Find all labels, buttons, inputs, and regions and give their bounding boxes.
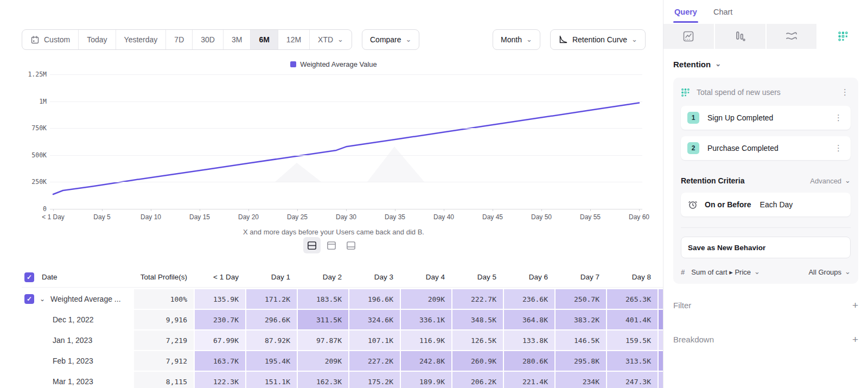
column-header-5[interactable]: Day 3: [349, 267, 400, 287]
retention-value-cell[interactable]: 162.3K: [298, 372, 348, 388]
retention-value-cell[interactable]: 116.9K: [401, 330, 451, 350]
behavior-title[interactable]: Total spend of new users: [697, 88, 833, 97]
retention-value-cell[interactable]: 247.3K: [607, 372, 658, 388]
table-row[interactable]: Mar 1, 20238,115122.3K151.1K162.3K175.2K…: [22, 372, 663, 388]
retention-value-cell[interactable]: 133.8K: [504, 330, 554, 350]
retention-value-cell[interactable]: 183.5K: [298, 289, 348, 309]
kebab-menu-icon[interactable]: ⋮: [833, 113, 844, 123]
add-filter-button[interactable]: +: [852, 300, 858, 310]
report-tab-flows-icon[interactable]: [767, 24, 818, 49]
date-range-12m[interactable]: 12M: [278, 30, 310, 49]
kebab-menu-icon[interactable]: ⋮: [833, 143, 844, 153]
column-header-7[interactable]: Day 5: [452, 267, 503, 287]
column-header-6[interactable]: Day 4: [401, 267, 451, 287]
chart-plot-area[interactable]: 1.25M1M750K500K250K0< 1 DayDay 5Day 10Da…: [50, 74, 642, 209]
retention-value-cell[interactable]: 348.5K: [452, 310, 503, 329]
row-checkbox[interactable]: ✓: [24, 294, 34, 304]
column-header-1[interactable]: Total Profile(s): [134, 267, 194, 287]
retention-value-cell[interactable]: 336.1K: [401, 310, 451, 329]
panel-tab-chart[interactable]: Chart: [713, 0, 732, 24]
retention-value-cell[interactable]: 236.6K: [504, 289, 554, 309]
table-row[interactable]: Jan 1, 20237,21967.99K87.92K97.87K107.1K…: [22, 330, 663, 350]
retention-value-cell[interactable]: 313.5K: [607, 351, 658, 371]
column-header-2[interactable]: < 1 Day: [195, 267, 245, 287]
table-row[interactable]: Dec 1, 20229,916230.7K296.6K311.5K324.6K…: [22, 310, 663, 329]
compare-button[interactable]: Compare ⌄: [362, 29, 420, 50]
date-range-xtd[interactable]: XTD⌄: [310, 30, 352, 49]
retention-value-cell[interactable]: 97.87K: [298, 330, 348, 350]
metric-property-dropdown[interactable]: Sum of cart ▸ Price ⌄: [691, 268, 760, 276]
select-all-checkbox[interactable]: ✓: [24, 272, 34, 282]
retention-value-cell[interactable]: 171.2K: [246, 289, 297, 309]
column-header-3[interactable]: Day 1: [246, 267, 297, 287]
granularity-button[interactable]: Month ⌄: [493, 29, 540, 50]
retention-value-cell[interactable]: 151.1K: [246, 372, 297, 388]
date-range-3m[interactable]: 3M: [224, 30, 251, 49]
date-range-7d[interactable]: 7D: [166, 30, 193, 49]
retention-value-cell[interactable]: 401.4K: [607, 310, 658, 329]
retention-value-cell[interactable]: 234K: [556, 372, 606, 388]
retention-value-cell[interactable]: 135.9K: [195, 289, 245, 309]
report-tab-insights-chart-icon[interactable]: [663, 24, 715, 49]
chart-type-button[interactable]: Retention Curve ⌄: [550, 29, 646, 50]
retention-value-cell[interactable]: 296.6K: [246, 310, 297, 329]
criteria-timing-card[interactable]: On or Before Each Day: [681, 193, 851, 217]
retention-value-cell[interactable]: 383.2K: [556, 310, 606, 329]
retention-value-cell[interactable]: 107.1K: [349, 330, 400, 350]
split-view-toggle[interactable]: [303, 237, 321, 253]
retention-value-cell[interactable]: 250.7K: [556, 289, 606, 309]
retention-value-cell[interactable]: 67.99K: [195, 330, 245, 350]
retention-value-cell[interactable]: 364.8K: [504, 310, 554, 329]
report-tab-retention-icon[interactable]: [818, 24, 868, 49]
retention-value-cell[interactable]: 311.5K: [298, 310, 348, 329]
criteria-mode-dropdown[interactable]: Advanced ⌄: [810, 177, 851, 185]
date-range-today[interactable]: Today: [79, 30, 116, 49]
retention-value-cell[interactable]: 295.8K: [556, 351, 606, 371]
behavior-step-1[interactable]: 1Sign Up Completed⋮: [681, 106, 851, 130]
retention-value-cell[interactable]: 126.5K: [452, 330, 503, 350]
column-header-0[interactable]: ✓Date: [22, 267, 133, 287]
retention-value-cell[interactable]: 122.3K: [195, 372, 245, 388]
retention-value-cell[interactable]: 265.3K: [607, 289, 658, 309]
column-header-9[interactable]: Day 7: [556, 267, 606, 287]
column-header-4[interactable]: Day 2: [298, 267, 348, 287]
retention-value-cell[interactable]: 206.2K: [452, 372, 503, 388]
retention-value-cell[interactable]: 146.5K: [556, 330, 606, 350]
table-row[interactable]: ✓⌄Weighted Average ...100%135.9K171.2K18…: [22, 289, 663, 309]
retention-value-cell[interactable]: 195.4K: [246, 351, 297, 371]
column-header-10[interactable]: Day 8: [607, 267, 658, 287]
retention-value-cell[interactable]: 209K: [401, 289, 451, 309]
retention-value-cell[interactable]: 189.9K: [401, 372, 451, 388]
retention-value-cell[interactable]: 175.2K: [349, 372, 400, 388]
retention-value-cell[interactable]: 222.7K: [452, 289, 503, 309]
retention-value-cell[interactable]: 196.6K: [349, 289, 400, 309]
date-range-yesterday[interactable]: Yesterday: [116, 30, 167, 49]
groups-dropdown[interactable]: All Groups ⌄: [808, 268, 851, 276]
kebab-menu-icon[interactable]: ⋮: [839, 87, 851, 97]
section-title-retention[interactable]: Retention ⌄: [673, 60, 858, 69]
table-row[interactable]: Feb 1, 20237,912163.7K195.4K209K227.2K24…: [22, 351, 663, 371]
chart-view-toggle[interactable]: [323, 237, 340, 253]
date-range-custom[interactable]: Custom: [22, 30, 79, 49]
retention-value-cell[interactable]: 230.7K: [195, 310, 245, 329]
retention-value-cell[interactable]: 209K: [298, 351, 348, 371]
add-breakdown-button[interactable]: +: [852, 334, 858, 345]
date-range-30d[interactable]: 30D: [193, 30, 224, 49]
retention-value-cell[interactable]: 324.6K: [349, 310, 400, 329]
retention-value-cell[interactable]: 242.8K: [401, 351, 451, 371]
retention-value-cell[interactable]: 260.9K: [452, 351, 503, 371]
table-view-toggle[interactable]: [342, 237, 360, 253]
retention-value-cell[interactable]: 87.92K: [246, 330, 297, 350]
save-as-new-behavior-input[interactable]: Save as New Behavior: [681, 237, 851, 258]
behavior-step-2[interactable]: 2Purchase Completed⋮: [681, 136, 851, 160]
retention-value-cell[interactable]: 227.2K: [349, 351, 400, 371]
date-range-6m[interactable]: 6M: [251, 30, 278, 49]
report-tab-funnels-bar-chart-icon[interactable]: [715, 24, 767, 49]
panel-tab-query[interactable]: Query: [674, 0, 697, 24]
retention-value-cell[interactable]: 280.6K: [504, 351, 554, 371]
retention-value-cell[interactable]: 159.5K: [607, 330, 658, 350]
retention-value-cell[interactable]: 163.7K: [195, 351, 245, 371]
retention-value-cell[interactable]: 221.4K: [504, 372, 554, 388]
column-header-8[interactable]: Day 6: [504, 267, 554, 287]
date-range-label: Today: [87, 35, 107, 44]
